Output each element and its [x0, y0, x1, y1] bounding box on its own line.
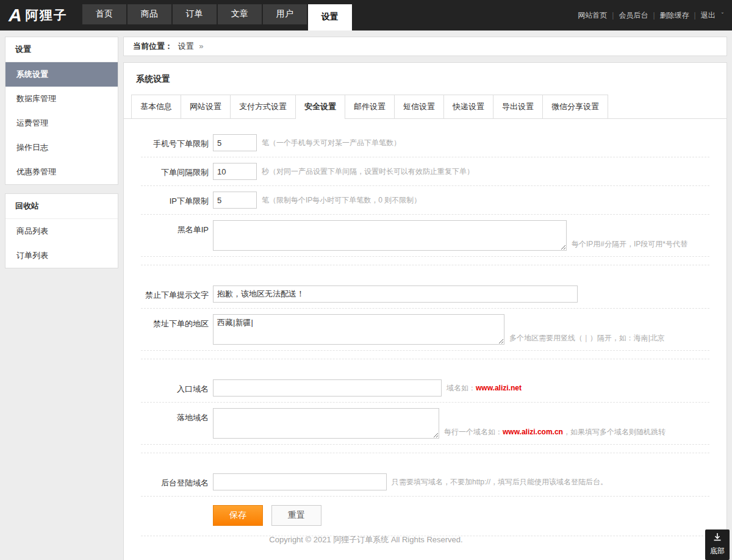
reset-button[interactable]: 重置 [271, 505, 321, 526]
form-row-forbid-area: 禁址下单的地区 西藏|新疆| 多个地区需要用竖线（｜）隔开，如：海南|北京 [141, 309, 709, 351]
breadcrumb-prefix: 当前位置： [133, 41, 173, 51]
nav-item-home[interactable]: 首页 [82, 4, 126, 24]
field-label: 手机号下单限制 [141, 134, 213, 151]
link-separator: | [653, 11, 655, 20]
tab-email-settings[interactable]: 邮件设置 [345, 95, 395, 118]
nav-item-orders[interactable]: 订单 [173, 4, 217, 24]
tab-wechat-share-settings[interactable]: 微信分享设置 [542, 95, 608, 118]
tab-export-settings[interactable]: 导出设置 [493, 95, 543, 118]
field-label: 黑名单IP [141, 220, 213, 251]
tab-site-settings[interactable]: 网站设置 [181, 95, 231, 118]
form-row-admin-domain: 后台登陆域名 只需要填写域名，不要加http://，填写后只能使用该域名登陆后台… [141, 468, 709, 497]
field-hint: 域名如：www.alizi.net [447, 383, 522, 393]
logo[interactable]: A 阿狸子 [0, 0, 82, 31]
form-row-buttons: 保存 重置 [141, 497, 709, 536]
form-row-entry-domain: 入口域名 域名如：www.alizi.net [141, 374, 709, 403]
field-hint: 笔（限制每个IP每小时可下单笔数，0 则不限制） [262, 195, 421, 206]
form-row-interval-limit: 下单间隔限制 秒（对同一产品设置下单间隔，设置时长可以有效防止重复下单） [141, 157, 709, 186]
nav-item-settings[interactable]: 设置 [308, 4, 352, 31]
entry-domain-input[interactable] [213, 379, 442, 397]
forbid-area-textarea[interactable]: 西藏|新疆| [213, 314, 504, 345]
link-logout[interactable]: 退出 [701, 10, 716, 21]
sidebar-section-title-settings: 设置 [5, 37, 118, 62]
security-settings-form: 手机号下单限制 笔（一个手机每天可对某一产品下单笔数） 下单间隔限制 秒（对同一… [124, 119, 727, 536]
field-label-empty [141, 505, 213, 526]
link-separator: | [612, 11, 614, 20]
section-divider [141, 445, 709, 453]
form-row-blacklist-ip: 黑名单IP 每个IP用#分隔开，IP段可用*号代替 [141, 215, 709, 257]
link-site-home[interactable]: 网站首页 [578, 10, 607, 21]
field-label: 禁址下单的地区 [141, 314, 213, 345]
sidebar-section-title-recycle: 回收站 [5, 194, 118, 219]
go-to-bottom-button[interactable]: 底部 [705, 529, 730, 560]
chevron-down-icon: ˇ [722, 12, 723, 19]
field-hint: 每行一个域名如：www.alizi.com.cn，如果填写多个域名则随机跳转 [444, 427, 666, 437]
field-label: 禁止下单提示文字 [141, 285, 213, 303]
link-member-admin[interactable]: 会员后台 [619, 10, 648, 21]
nav-item-users[interactable]: 用户 [263, 4, 307, 24]
tab-payment-settings[interactable]: 支付方式设置 [230, 95, 296, 118]
field-hint: 多个地区需要用竖线（｜）隔开，如：海南|北京 [509, 333, 665, 343]
field-hint: 每个IP用#分隔开，IP段可用*号代替 [572, 239, 687, 249]
sidebar-item-coupons[interactable]: 优惠券管理 [5, 160, 118, 184]
sidebar-item-order-list[interactable]: 订单列表 [5, 243, 118, 268]
form-row-ip-limit: IP下单限制 笔（限制每个IP每小时可下单笔数，0 则不限制） [141, 186, 709, 215]
save-button[interactable]: 保存 [213, 505, 263, 526]
nav-item-articles[interactable]: 文章 [218, 4, 262, 24]
breadcrumb: 当前位置： 设置 » [123, 37, 727, 56]
link-separator: | [694, 11, 696, 20]
field-label: 下单间隔限制 [141, 163, 213, 180]
form-row-phone-limit: 手机号下单限制 笔（一个手机每天可对某一产品下单笔数） [141, 129, 709, 157]
ip-limit-input[interactable] [213, 192, 257, 209]
field-hint: 只需要填写域名，不要加http://，填写后只能使用该域名登陆后台。 [392, 477, 608, 487]
sidebar-item-database[interactable]: 数据库管理 [5, 87, 118, 111]
section-divider [141, 351, 709, 359]
sidebar-settings-box: 设置 系统设置 数据库管理 运费管理 操作日志 优惠券管理 [5, 37, 118, 185]
sidebar-recycle-box: 回收站 商品列表 订单列表 [5, 193, 118, 268]
tab-basic-info[interactable]: 基本信息 [131, 95, 181, 118]
example-domain: www.alizi.com.cn [503, 428, 563, 436]
sidebar-item-logs[interactable]: 操作日志 [5, 135, 118, 160]
landing-domain-textarea[interactable] [213, 408, 439, 439]
topbar: A 阿狸子 首页 商品 订单 文章 用户 设置 网站首页 | 会员后台 | 删除… [0, 0, 732, 31]
logo-a-icon: A [9, 6, 22, 24]
sidebar-item-system-settings[interactable]: 系统设置 [5, 62, 118, 87]
main-content: 当前位置： 设置 » 系统设置 基本信息 网站设置 支付方式设置 安全设置 邮件… [123, 37, 727, 560]
sidebar: 设置 系统设置 数据库管理 运费管理 操作日志 优惠券管理 回收站 商品列表 订… [5, 37, 118, 277]
field-label: 入口域名 [141, 379, 213, 397]
blacklist-ip-textarea[interactable] [213, 220, 567, 251]
interval-limit-input[interactable] [213, 163, 257, 180]
tab-express-settings[interactable]: 快递设置 [443, 95, 493, 118]
forbid-text-input[interactable] [213, 285, 578, 303]
topbar-links: 网站首页 | 会员后台 | 删除缓存 | 退出 ˇ [573, 0, 723, 31]
tab-sms-settings[interactable]: 短信设置 [394, 95, 444, 118]
go-to-bottom-label: 底部 [705, 546, 730, 556]
page-title: 系统设置 [124, 63, 727, 95]
settings-tabs: 基本信息 网站设置 支付方式设置 安全设置 邮件设置 短信设置 快递设置 导出设… [124, 95, 727, 119]
field-label: 后台登陆域名 [141, 473, 213, 490]
sidebar-item-shipping[interactable]: 运费管理 [5, 111, 118, 135]
settings-panel: 系统设置 基本信息 网站设置 支付方式设置 安全设置 邮件设置 短信设置 快递设… [123, 62, 727, 560]
phone-limit-input[interactable] [213, 134, 257, 151]
download-arrow-icon [712, 533, 722, 542]
field-label: IP下单限制 [141, 192, 213, 209]
form-row-forbid-text: 禁止下单提示文字 [141, 280, 709, 309]
example-domain: www.alizi.net [476, 384, 522, 392]
breadcrumb-current[interactable]: 设置 [178, 41, 194, 51]
logo-text: 阿狸子 [26, 7, 68, 24]
sidebar-item-product-list[interactable]: 商品列表 [5, 219, 118, 243]
nav-item-products[interactable]: 商品 [127, 4, 171, 24]
tab-security-settings[interactable]: 安全设置 [295, 95, 345, 119]
field-hint: 笔（一个手机每天可对某一产品下单笔数） [262, 138, 401, 148]
footer-copyright: Copyright © 2021 阿狸子订单系统 All Rights Rese… [0, 534, 732, 545]
link-clear-cache[interactable]: 删除缓存 [660, 10, 689, 21]
field-hint: 秒（对同一产品设置下单间隔，设置时长可以有效防止重复下单） [262, 167, 474, 177]
admin-domain-input[interactable] [213, 473, 387, 490]
breadcrumb-arrow-icon: » [199, 41, 203, 51]
section-divider [141, 257, 709, 265]
main-nav: 首页 商品 订单 文章 用户 设置 [82, 0, 353, 31]
field-label: 落地域名 [141, 408, 213, 439]
form-row-landing-domain: 落地域名 每行一个域名如：www.alizi.com.cn，如果填写多个域名则随… [141, 403, 709, 445]
